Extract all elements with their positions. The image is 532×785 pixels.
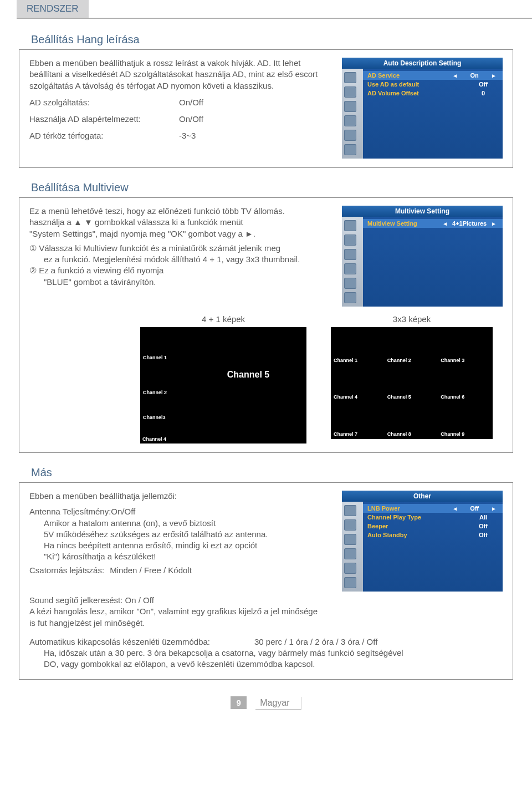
s2-n1a: Válassza ki Multiview funkciót és a mini… [39, 243, 280, 253]
auto-label: Automatikus kikapcsolás készenléti üzemm… [29, 636, 210, 648]
thumb-cell: Channel 4 [140, 422, 306, 444]
osd-row[interactable]: Multiview Setting ◄ 4+1Pictures ► [363, 219, 503, 228]
sound-label: Sound segítő jelkeresést: On / Off [29, 595, 503, 606]
arrow-left-icon[interactable]: ◄ [441, 221, 449, 227]
grid-cell: Channel 7 [331, 401, 385, 439]
osd-icon [344, 519, 356, 531]
antenna-label: Antenna Teljesítmény:On/Off [29, 506, 334, 517]
osd-sidebar [342, 502, 363, 592]
antenna-p1: Amikor a hatalom antenna (on), a vevő bi… [44, 518, 334, 529]
osd-row[interactable]: AD Service ◄ On ► [363, 71, 503, 80]
page-header: RENDSZER [17, 0, 89, 18]
arrow-left-icon[interactable]: ◄ [451, 506, 459, 512]
grid-cell: Channel 8 [385, 401, 439, 439]
diagram2-title: 3x3 képek [331, 314, 493, 324]
s2-n2a: Ez a funkció a viewing élő nyomja [39, 266, 163, 275]
osd-row[interactable]: Channel Play Type All [367, 513, 498, 522]
osd-row[interactable]: Use AD as default Off [367, 80, 498, 89]
osd-icon [344, 548, 356, 559]
osd-auto-description: Auto Description Setting AD Service ◄ [342, 58, 503, 159]
diagram-4plus1: 4 + 1 képek Channel 1 Channel 2 Channel3… [140, 314, 306, 444]
csatorna-label: Csatornás lejátszás: [29, 565, 104, 575]
osd-sidebar [342, 69, 363, 159]
section3-title: Más [31, 466, 515, 479]
osd-icon [344, 235, 356, 246]
grid-cell: Channel 6 [438, 365, 492, 402]
auto-value: 30 perc / 1 óra / 2 óra / 3 óra / Off [254, 636, 377, 648]
osd-row-label: AD Volume Offset [367, 90, 468, 96]
s2-n1b: ez a funkció. Megjelenítési módok állíth… [44, 254, 334, 265]
s2-n2b: "BLUE" gombot a távirányítón. [44, 277, 334, 288]
osd-row[interactable]: Beeper Off [367, 522, 498, 531]
osd-row-value: Off [459, 505, 489, 512]
csatorna-value: Minden / Free / Kódolt [110, 565, 192, 575]
osd-row[interactable]: LNB Power ◄ Off ► [363, 504, 503, 513]
s1-row2-value: On/Off [179, 114, 334, 125]
osd-icon [344, 72, 356, 83]
osd-row-label: Auto Standby [367, 532, 468, 538]
num2: ② [29, 266, 37, 275]
auto-p1: Ha, időszak után a 30 perc. 3 óra bekapc… [44, 648, 503, 659]
s1-row1-value: On/Off [179, 97, 334, 108]
grid-cell: Channel 4 [331, 365, 385, 402]
s1-row1-label: AD szolgáltatás: [29, 97, 179, 108]
grid-cell: Channel 3 [438, 328, 492, 365]
grid-cell: Channel 9 [438, 401, 492, 439]
osd-sidebar [342, 217, 363, 307]
section1-intro: Ebben a menüben beállíthatjuk a rossz le… [29, 58, 334, 91]
osd-row-value: On [459, 72, 489, 79]
osd2-title: Multiview Setting [342, 206, 503, 217]
section1-box: Ebben a menüben beállíthatjuk a rossz le… [19, 49, 513, 168]
osd3-title: Other [342, 491, 503, 502]
osd-row-value: Off [468, 81, 498, 88]
page-lang: Magyar [255, 697, 301, 710]
thumb-cell: Channel3 [141, 397, 191, 422]
osd-icon [344, 563, 356, 574]
osd-icon [344, 130, 356, 141]
osd-row-value: 0 [468, 90, 498, 96]
osd-row-label: Use AD as default [367, 81, 468, 88]
osd-icon [344, 577, 356, 588]
page-footer: 9 Magyar [17, 696, 515, 710]
osd-icon [344, 534, 356, 545]
thumb-cell: Channel 1 [141, 328, 191, 362]
section3-box: Ebben a menüben beállíthatja jellemzői: … [19, 482, 513, 680]
osd-icon [344, 263, 356, 274]
osd-row-value: 4+1Pictures [449, 220, 489, 227]
osd-icon [344, 144, 356, 155]
osd-row-label: Beeper [367, 523, 468, 529]
s1-row3-value: -3~3 [179, 130, 334, 141]
osd1-title: Auto Description Setting [342, 58, 503, 69]
thumb-cell: Channel 2 [141, 362, 191, 396]
osd-row-value: Off [468, 523, 498, 529]
osd-row-label: Channel Play Type [367, 514, 468, 521]
osd-icon [344, 220, 356, 231]
grid-cell: Channel 5 [385, 365, 439, 402]
s2-line2b: "System Settings", majd nyomja meg "OK" … [29, 228, 334, 239]
s2-line2a: használja a ▲ ▼ gombokkal válassza ki a … [29, 217, 334, 228]
osd-row[interactable]: AD Volume Offset 0 [367, 89, 498, 98]
auto-p2: DO, vagy gombokkal az előlapon, a vevő k… [44, 659, 503, 670]
osd-icon [344, 292, 356, 303]
sound-p1: A kézi hangolás lesz, amikor "On", valam… [29, 606, 503, 617]
osd-icon [344, 101, 356, 112]
antenna-p3: Ha nincs beépített antenna erősítő, mind… [44, 540, 334, 551]
main-cell: Channel 5 [191, 328, 306, 422]
arrow-right-icon[interactable]: ► [489, 73, 498, 79]
osd-row-label: Multiview Setting [367, 220, 441, 227]
section1-title: Beállítás Hang leírása [31, 33, 515, 46]
antenna-p2: 5V működéséhez szükséges az erősítő talá… [44, 529, 334, 540]
section2-title: Beállítása Multiview [31, 181, 515, 194]
arrow-right-icon[interactable]: ► [489, 506, 498, 512]
arrow-right-icon[interactable]: ► [489, 221, 498, 227]
s2-line1: Ez a menü lehetővé teszi, hogy az előnéz… [29, 206, 334, 217]
osd-other: Other LNB Power ◄ Off [342, 491, 503, 592]
osd-icon [344, 505, 356, 516]
osd-icon [344, 115, 356, 126]
arrow-left-icon[interactable]: ◄ [451, 73, 459, 79]
section2-box: Ez a menü lehetővé teszi, hogy az előnéz… [19, 197, 513, 453]
osd-row[interactable]: Auto Standby Off [367, 531, 498, 539]
osd-row-label: LNB Power [367, 505, 451, 512]
osd-row-label: AD Service [367, 72, 451, 79]
diagram-3x3: 3x3 képek Channel 1 Channel 2 Channel 3 … [331, 314, 493, 444]
